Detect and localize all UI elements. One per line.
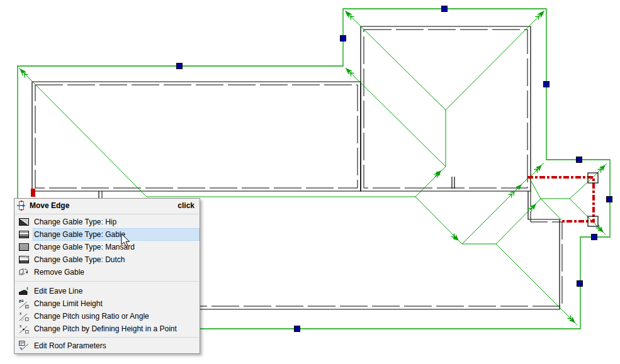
roof-pitch-line bbox=[19, 68, 147, 197]
menu-item-change-pitch-using-ratio-or-angle[interactable]: xChange Pitch using Ratio or Angle bbox=[14, 310, 200, 323]
svg-text:x: x bbox=[20, 324, 22, 328]
selection-handle[interactable] bbox=[607, 197, 612, 202]
menu-item-label: Change Gable Type: Hip bbox=[33, 216, 200, 228]
slope-arrow bbox=[528, 202, 538, 211]
selected-edge-fragment[interactable] bbox=[31, 189, 35, 197]
menu-header-move-edge[interactable]: Move Edge click bbox=[14, 199, 200, 212]
svg-text:z=: z= bbox=[19, 299, 24, 303]
pitch-ratio-icon: x bbox=[19, 311, 29, 321]
slope-arrow bbox=[433, 168, 442, 178]
selection-handle[interactable] bbox=[177, 63, 183, 69]
roof-pitch-line bbox=[496, 244, 577, 325]
menu-item-label: Change Gable Type: Mansard bbox=[33, 241, 200, 253]
move-edge-icon bbox=[16, 201, 26, 211]
pitch-point-icon: x bbox=[19, 324, 29, 334]
menu-item-remove-gable[interactable]: Remove Gable bbox=[14, 266, 200, 279]
roof-pitch-line bbox=[570, 199, 592, 221]
edit-eave-icon bbox=[19, 286, 29, 296]
selection-handle[interactable] bbox=[592, 234, 597, 240]
menu-item-label: Change Gable Type: Dutch bbox=[33, 253, 200, 266]
menu-separator bbox=[15, 214, 199, 214]
roof-pitch-line bbox=[345, 11, 446, 110]
menu-item-label: Remove Gable bbox=[33, 266, 200, 279]
roof-pitch-line bbox=[415, 167, 446, 197]
selection-handle[interactable] bbox=[295, 326, 300, 332]
svg-text:x: x bbox=[20, 311, 22, 316]
selection-handle[interactable] bbox=[577, 157, 582, 163]
gable-dutch-icon bbox=[19, 255, 29, 265]
menu-item-label: Edit Roof Parameters bbox=[33, 339, 200, 352]
menu-item-edit-roof-parameters[interactable]: Edit Roof Parameters bbox=[14, 339, 200, 352]
mouse-cursor bbox=[121, 233, 131, 248]
roof-pitch-line bbox=[541, 199, 561, 220]
menu-separator bbox=[15, 337, 199, 338]
remove-gable-icon bbox=[19, 267, 29, 277]
roof-pitch-line bbox=[446, 11, 544, 110]
menu-item-change-gable-type-gable[interactable]: Change Gable Type: Gable bbox=[14, 228, 200, 241]
roof-params-icon bbox=[19, 341, 29, 351]
roof-plan-editor: Move Edge click Change Gable Type: HipCh… bbox=[0, 0, 620, 364]
selection-handle[interactable] bbox=[341, 36, 346, 41]
roof-pitch-line bbox=[529, 178, 541, 199]
roof-pitch-line bbox=[570, 178, 592, 199]
menu-item-label: Change Pitch using Ratio or Angle bbox=[33, 310, 200, 323]
menu-item-change-limit-height[interactable]: z=Change Limit Height bbox=[14, 297, 200, 310]
menu-header-label: Move Edge bbox=[30, 201, 178, 210]
menu-item-change-pitch-by-defining-height-in-a-point[interactable]: xChange Pitch by Defining Height in a Po… bbox=[14, 323, 200, 335]
gable-mansard-icon bbox=[19, 242, 29, 252]
selection-handle[interactable] bbox=[544, 82, 550, 87]
limit-height-icon: z= bbox=[19, 299, 29, 309]
menu-item-label: Change Pitch by Defining Height in a Poi… bbox=[33, 323, 200, 335]
gable-gable-icon bbox=[19, 229, 29, 240]
selection-handle[interactable] bbox=[577, 281, 583, 287]
menu-separator bbox=[15, 281, 199, 282]
gable-hip-icon bbox=[19, 217, 29, 227]
menu-item-label: Change Limit Height bbox=[33, 297, 200, 310]
menu-item-change-gable-type-dutch[interactable]: Change Gable Type: Dutch bbox=[14, 253, 200, 266]
menu-item-label: Change Gable Type: Gable bbox=[33, 228, 200, 241]
selection-handle[interactable] bbox=[442, 6, 448, 12]
menu-header-shortcut: click bbox=[178, 201, 194, 210]
menu-item-edit-eave-line[interactable]: Edit Eave Line bbox=[14, 285, 200, 297]
menu-item-change-gable-type-hip[interactable]: Change Gable Type: Hip bbox=[14, 216, 200, 228]
roof-eave-inner-line bbox=[35, 85, 358, 188]
roof-eave-outline bbox=[32, 82, 361, 191]
menu-item-label: Edit Eave Line bbox=[33, 285, 200, 297]
context-menu: Move Edge click Change Gable Type: HipCh… bbox=[14, 198, 200, 354]
menu-item-change-gable-type-mansard[interactable]: Change Gable Type: Mansard bbox=[14, 241, 200, 253]
selected-roof-edge[interactable] bbox=[527, 177, 594, 221]
